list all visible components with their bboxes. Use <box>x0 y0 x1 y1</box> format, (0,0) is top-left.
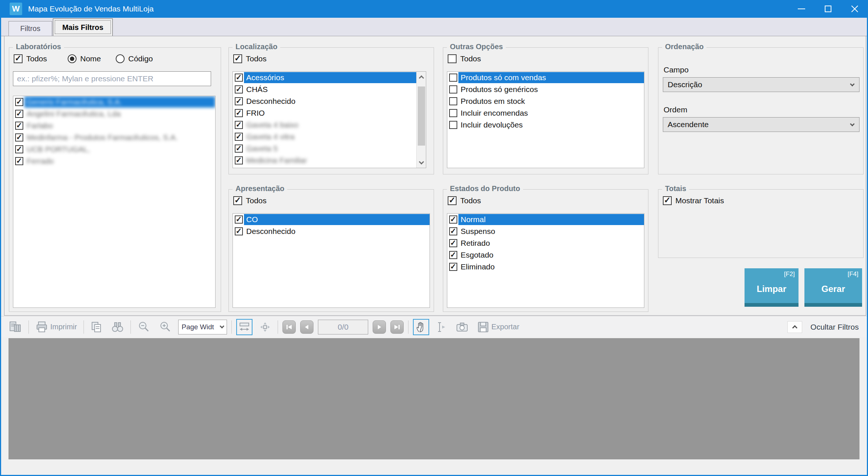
item-checkbox[interactable] <box>235 133 243 141</box>
minimize-button[interactable] <box>788 0 815 18</box>
save-icon <box>477 321 489 333</box>
lab-codigo-radio[interactable] <box>116 54 125 63</box>
item-checkbox[interactable] <box>449 85 457 94</box>
item-checkbox[interactable] <box>449 251 457 259</box>
list-item[interactable]: Suspenso <box>447 225 644 237</box>
list-item[interactable]: Esgotado <box>447 249 644 261</box>
localizacao-listbox[interactable]: AcessóriosCHÁSDesconhecidoFRIOGaveta 4 b… <box>233 71 426 168</box>
item-checkbox[interactable] <box>235 144 243 153</box>
outras-opcoes-listbox[interactable]: Produtos só com vendasProdutos só genéri… <box>447 71 644 168</box>
item-checkbox[interactable] <box>235 156 243 164</box>
maximize-button[interactable] <box>815 0 841 18</box>
snapshot-button[interactable] <box>454 319 471 335</box>
est-todos-checkbox[interactable] <box>448 196 457 205</box>
limpar-button[interactable]: [F2] Limpar <box>745 268 799 307</box>
list-item[interactable]: Desconhecido <box>233 95 416 107</box>
list-item[interactable]: Produtos só com vendas <box>447 72 644 84</box>
zoom-in-button[interactable] <box>157 319 174 335</box>
text-select-tool-button[interactable] <box>434 319 449 335</box>
laboratorio-search-input[interactable] <box>13 71 211 86</box>
list-item[interactable]: Normal <box>447 214 644 225</box>
scroll-thumb[interactable] <box>418 86 425 146</box>
localizacao-scrollbar[interactable] <box>416 72 426 168</box>
list-item[interactable]: Eliminado <box>447 261 644 273</box>
lab-nome-radio[interactable] <box>68 54 77 63</box>
close-button[interactable] <box>841 0 868 18</box>
apresentacao-listbox[interactable]: CODesconhecido <box>233 213 430 308</box>
scroll-down-button[interactable] <box>417 157 426 168</box>
list-item[interactable]: FRIO <box>233 107 416 119</box>
list-item[interactable]: Incluir encomendas <box>447 107 644 119</box>
mostrar-totais-checkbox[interactable] <box>663 196 672 205</box>
item-checkbox[interactable] <box>15 98 23 106</box>
hand-tool-button[interactable] <box>413 319 429 335</box>
item-checkbox[interactable] <box>235 97 243 105</box>
item-checkbox[interactable] <box>15 133 23 142</box>
next-page-button[interactable] <box>373 320 386 334</box>
apr-todos-checkbox[interactable] <box>233 196 242 205</box>
lab-todos-checkbox[interactable] <box>14 54 23 63</box>
gerar-button[interactable]: [F4] Gerar <box>804 268 862 307</box>
prev-page-button[interactable] <box>300 320 313 334</box>
report-view-button[interactable] <box>7 319 24 335</box>
campo-select[interactable]: Descrição <box>663 77 859 92</box>
print-button[interactable]: Imprimir <box>33 319 79 335</box>
list-item[interactable]: UCB PORTUGAL, <box>13 143 215 155</box>
list-item[interactable]: Retirado <box>447 237 644 249</box>
list-item[interactable]: Ferrado <box>13 155 215 167</box>
page-indicator[interactable]: 0/0 <box>318 320 368 334</box>
list-item[interactable]: Medinfarma - Produtos Farmacêuticos, S.A… <box>13 132 215 143</box>
zoom-level-select[interactable]: Page Widt <box>178 320 227 334</box>
list-item[interactable]: Gaveta 4 baixo <box>233 119 416 131</box>
list-item[interactable]: Medicina Familiar <box>233 154 416 166</box>
list-item[interactable]: Desconhecido <box>233 225 430 237</box>
item-checkbox[interactable] <box>449 74 457 82</box>
scroll-up-button[interactable] <box>417 72 426 82</box>
list-item[interactable]: Produtos em stock <box>447 95 644 107</box>
tab-mais-filtros[interactable]: Mais Filtros <box>53 18 113 36</box>
zoom-out-button[interactable] <box>135 319 152 335</box>
list-item[interactable]: Gaveta 5 <box>233 143 416 154</box>
copy-button[interactable] <box>88 319 105 335</box>
item-checkbox[interactable] <box>15 110 23 118</box>
item-checkbox[interactable] <box>449 263 457 271</box>
item-checkbox[interactable] <box>15 122 23 130</box>
list-item[interactable]: CO <box>233 214 430 225</box>
list-item[interactable]: Angelini Farmacêutica, Lda <box>13 108 215 120</box>
fit-width-button[interactable] <box>236 319 252 335</box>
item-checkbox[interactable] <box>449 227 457 235</box>
list-item[interactable]: Gaveta 4 vitra <box>233 131 416 143</box>
collapse-filters-button[interactable] <box>787 321 802 333</box>
export-button[interactable]: Exportar <box>475 319 522 335</box>
outras-todos-checkbox[interactable] <box>448 54 457 63</box>
first-page-button[interactable] <box>282 320 296 334</box>
item-checkbox[interactable] <box>235 215 243 224</box>
item-checkbox[interactable] <box>15 145 23 153</box>
estados-listbox[interactable]: NormalSuspensoRetiradoEsgotadoEliminado <box>447 213 644 308</box>
item-checkbox[interactable] <box>449 239 457 247</box>
last-page-button[interactable] <box>390 320 404 334</box>
fit-page-button[interactable] <box>257 319 273 335</box>
item-checkbox[interactable] <box>235 109 243 117</box>
ordem-select[interactable]: Ascendente <box>663 117 859 132</box>
item-checkbox[interactable] <box>235 85 243 94</box>
item-checkbox[interactable] <box>449 97 457 105</box>
list-item[interactable]: Generis Farmacêutica, S.A. <box>13 96 215 108</box>
list-item[interactable]: Produtos só genéricos <box>447 84 644 95</box>
item-checkbox[interactable] <box>235 121 243 129</box>
item-checkbox[interactable] <box>15 157 23 165</box>
item-checkbox[interactable] <box>449 109 457 117</box>
list-item[interactable]: Farlabo <box>13 120 215 132</box>
ocultar-filtros-label[interactable]: Ocultar Filtros <box>810 323 859 332</box>
laboratorios-listbox[interactable]: Generis Farmacêutica, S.A.Angelini Farma… <box>13 96 216 308</box>
list-item[interactable]: Incluir devoluções <box>447 119 644 131</box>
item-checkbox[interactable] <box>449 121 457 129</box>
list-item[interactable]: Acessórios <box>233 72 416 84</box>
loc-todos-checkbox[interactable] <box>233 54 242 63</box>
find-button[interactable] <box>109 319 126 335</box>
tab-filtros[interactable]: Filtros <box>9 21 52 36</box>
item-checkbox[interactable] <box>235 74 243 82</box>
list-item[interactable]: CHÁS <box>233 84 416 95</box>
item-checkbox[interactable] <box>449 215 457 224</box>
item-checkbox[interactable] <box>235 227 243 235</box>
